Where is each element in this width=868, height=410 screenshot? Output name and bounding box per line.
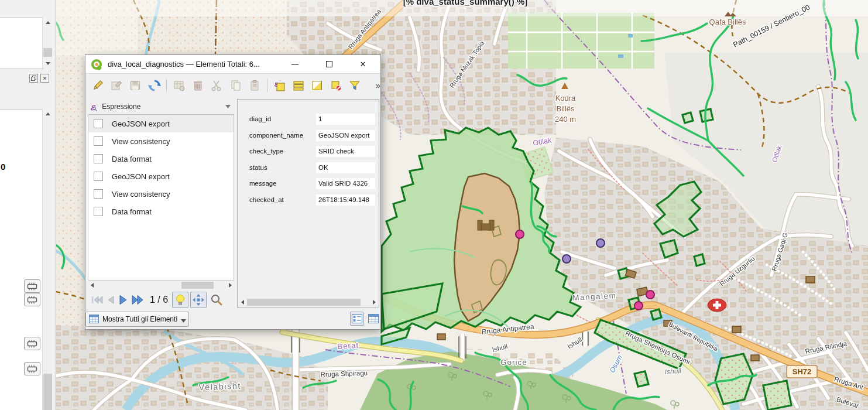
field-widget-button[interactable]	[24, 293, 40, 306]
field-widget-button[interactable]	[24, 279, 40, 293]
qgis-screen: { "window": { "title": "diva_local_diagn…	[0, 0, 868, 410]
feature-label: Data format	[112, 155, 152, 163]
maximize-button[interactable]	[316, 55, 342, 73]
feature-checkbox[interactable]	[94, 172, 103, 181]
table-view-icon	[368, 314, 379, 323]
form-view-icon	[352, 314, 362, 323]
field-value-input[interactable]: GeoJSON export	[316, 130, 375, 141]
scroll-left-icon[interactable]	[238, 298, 246, 306]
scroll-up-icon[interactable]	[43, 18, 53, 27]
zoom-to-feature-button[interactable]	[209, 292, 224, 308]
pan-to-feature-button[interactable]	[190, 292, 207, 308]
feature-list-item[interactable]: View consistency	[88, 185, 234, 203]
toggle-editing-button[interactable]	[91, 78, 104, 93]
panel-close-button[interactable]: ✕	[40, 74, 49, 83]
panel-float-button[interactable]	[29, 74, 38, 83]
map-label-gorice: Goricë	[500, 358, 527, 367]
deselect-all-button[interactable]	[330, 78, 343, 93]
feature-checkbox[interactable]	[94, 189, 103, 199]
pink-point-marker	[516, 230, 524, 238]
field-value-input[interactable]: 1	[316, 114, 375, 125]
feature-list-item[interactable]: Data format	[88, 150, 234, 168]
feature-list-item[interactable]: GeoJSON export	[88, 115, 234, 132]
dock-bottom-scrollbar[interactable]	[42, 109, 53, 410]
magnifier-icon	[211, 294, 222, 306]
save-edits-button[interactable]	[129, 78, 142, 93]
scroll-right-icon[interactable]	[226, 281, 234, 289]
field-widget-button[interactable]	[24, 362, 40, 375]
toolbar-separator	[166, 79, 167, 92]
scroll-left-icon[interactable]	[88, 281, 96, 289]
feature-filter-dropdown[interactable]: Mostra Tutti gli Elementi	[85, 312, 189, 327]
chevron-down-icon[interactable]	[225, 105, 231, 108]
expression-filter-row[interactable]: ε Espressione	[88, 100, 234, 114]
qgis-logo-icon	[91, 59, 102, 70]
feature-label: View consistency	[112, 190, 170, 199]
attribute-table-dialog: diva_local_diagnostics — Elementi Totali…	[85, 54, 381, 330]
minimize-button[interactable]: —	[282, 55, 308, 73]
next-feature-button[interactable]	[118, 295, 128, 305]
scroll-right-icon[interactable]	[370, 298, 378, 306]
add-feature-button[interactable]	[172, 78, 186, 93]
previous-feature-button[interactable]	[107, 295, 115, 305]
reload-button[interactable]	[147, 78, 161, 93]
feature-checkbox[interactable]	[94, 154, 103, 163]
map-label-kodra-line3: 240 m	[555, 115, 576, 124]
feature-list-hscrollbar[interactable]	[88, 281, 234, 289]
field-value-input[interactable]: SRID check	[316, 146, 375, 157]
filter-button[interactable]	[348, 78, 362, 93]
feature-list-item[interactable]: View consistency	[88, 132, 234, 150]
svg-text:ε: ε	[275, 80, 278, 88]
invert-selection-button[interactable]	[310, 78, 324, 93]
last-feature-button[interactable]	[131, 295, 145, 305]
feature-checkbox[interactable]	[94, 207, 103, 216]
map-label-status-summary: [% diva_status_summary() %]	[403, 0, 528, 6]
form-field-row: statusOK	[238, 162, 379, 174]
toolbar-overflow-button[interactable]: »	[376, 81, 380, 90]
field-label: component_name	[249, 132, 303, 139]
multi-edit-button[interactable]	[109, 78, 123, 93]
form-field-row: messageValid SRID 4326	[238, 178, 379, 190]
feature-list-item[interactable]: GeoJSON export	[88, 168, 234, 185]
delete-selected-button[interactable]	[191, 78, 204, 93]
feature-list[interactable]: GeoJSON exportView consistencyData forma…	[88, 114, 234, 281]
field-label: status	[249, 164, 267, 171]
field-label: checked_at	[249, 196, 284, 203]
purple-point-marker	[562, 255, 571, 263]
table-icon	[89, 315, 99, 323]
table-view-toggle[interactable]	[366, 312, 380, 326]
form-hscrollbar[interactable]	[238, 298, 378, 306]
cut-button[interactable]	[210, 78, 224, 93]
form-field-row: checked_at26T18:15:49.148	[238, 194, 379, 206]
copy-button[interactable]	[229, 78, 242, 93]
first-feature-button[interactable]	[91, 295, 103, 305]
magnifier-mini-icon	[92, 107, 97, 111]
field-value-input[interactable]: Valid SRID 4326	[316, 178, 375, 189]
dialog-title: diva_local_diagnostics — Elementi Totali…	[108, 60, 260, 69]
select-by-expression-button[interactable]: ε	[273, 78, 286, 93]
scroll-up-icon[interactable]	[43, 109, 53, 118]
scroll-down-icon[interactable]	[43, 59, 53, 68]
dialog-titlebar[interactable]: diva_local_diagnostics — Elementi Totali…	[85, 55, 380, 74]
highlight-feature-button[interactable]	[172, 292, 188, 308]
field-label: message	[249, 180, 277, 187]
paste-button[interactable]	[248, 78, 261, 93]
feature-list-item[interactable]: Data format	[88, 203, 234, 220]
feature-label: View consistency	[112, 137, 170, 146]
map-label-kodra-line2: Billës	[556, 104, 575, 113]
dock-list-top	[0, 18, 43, 69]
feature-checkbox[interactable]	[94, 119, 103, 128]
form-view-toggle[interactable]	[350, 312, 364, 326]
select-all-button[interactable]	[291, 78, 305, 93]
cemetery-area	[508, 13, 654, 69]
dock-top-scrollbar[interactable]	[42, 18, 53, 68]
field-widget-button[interactable]	[24, 337, 40, 350]
field-value-input[interactable]: 26T18:15:49.148	[316, 194, 375, 206]
map-label-qafa-billes: Qafa Billës	[709, 18, 746, 26]
field-value-input[interactable]: OK	[316, 162, 375, 173]
hospital-icon	[708, 299, 726, 312]
feature-label: Data format	[112, 207, 152, 216]
close-button[interactable]: ✕	[350, 55, 376, 73]
map-label-ishull-east: Ishull	[664, 367, 681, 376]
feature-checkbox[interactable]	[94, 136, 103, 146]
